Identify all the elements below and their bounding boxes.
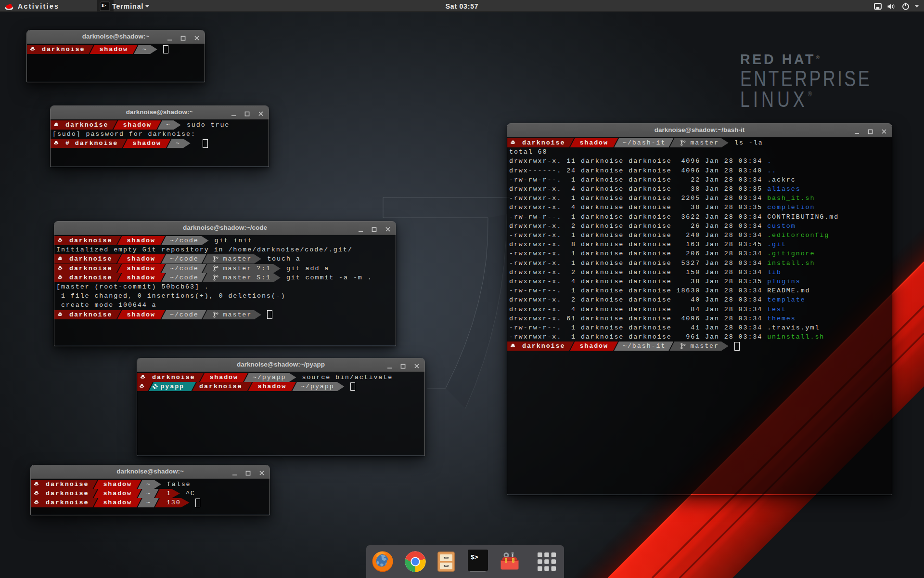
svg-text:$>: $> — [102, 3, 106, 8]
svg-text:$>: $> — [471, 554, 478, 561]
